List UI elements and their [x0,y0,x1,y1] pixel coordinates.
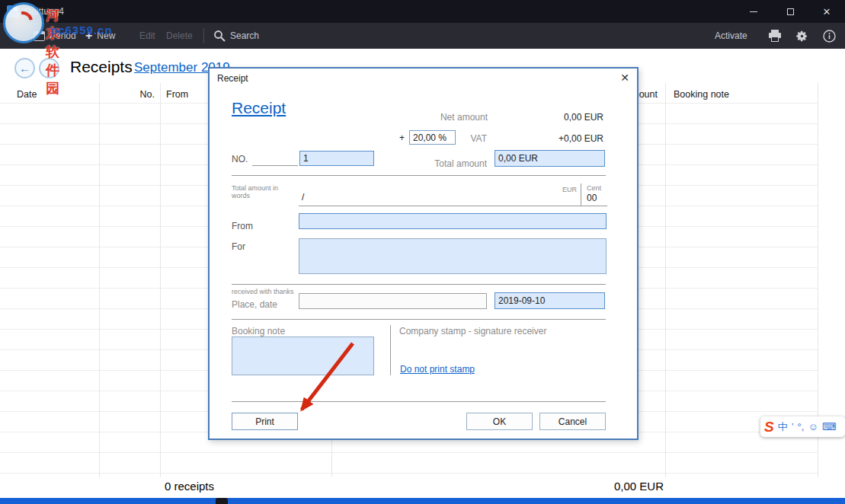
dialog-close-button[interactable]: ✕ [620,72,629,84]
section-divider [232,175,606,176]
toolbar-delete-button[interactable]: Delete [166,23,193,49]
toolbar-separator [203,28,204,43]
toolbar-info-button[interactable] [823,23,836,49]
ime-fullwidth-icon[interactable]: ’ [792,421,794,432]
cancel-button[interactable]: Cancel [539,413,606,430]
for-textarea[interactable] [299,238,607,274]
gear-icon [795,30,808,43]
plus-sign: + [399,132,405,143]
column-divider [99,83,100,477]
status-receipt-count: 0 receipts [165,480,214,493]
toolbar-search-label: Search [230,30,259,41]
receipt-heading: Receipt [232,99,286,117]
place-input[interactable] [299,293,487,309]
ime-logo-icon[interactable]: S [764,419,774,435]
total-amount-label: Total amount [426,158,487,169]
from-input[interactable] [299,213,607,229]
maximize-icon [787,8,794,15]
toolbar-edit-button[interactable]: Edit [139,23,155,49]
vat-rate-input[interactable] [409,130,456,145]
date-input[interactable] [495,292,605,309]
eur-cent-divider [581,183,581,206]
net-amount-label: Net amount [408,112,488,123]
received-with-thanks-label: received with thanks [232,288,294,295]
eur-label: EUR [545,186,577,193]
no-label: NO. [232,154,248,164]
section-divider [232,284,606,285]
toolbar-delete-label: Delete [166,30,193,41]
cent-label: Cent [587,184,601,192]
column-header-date[interactable]: Date [17,89,37,100]
taskbar-fragment [216,498,228,504]
close-icon: ✕ [823,6,831,18]
status-total-amount: 0,00 EUR [587,480,664,493]
bottom-bar [0,498,845,504]
booking-note-label: Booking note [232,326,285,337]
arrow-left-icon: ← [19,62,30,75]
titlebar: Quittung4 ✕ [0,0,845,23]
toolbar-edit-label: Edit [139,30,155,41]
info-icon [823,30,836,43]
watermark-logo-icon [3,2,44,43]
page-title: Receipts [70,58,133,76]
ime-emoji-icon[interactable]: ☺ [808,421,818,432]
watermark-site-name: 河东软件园 [46,6,61,97]
maximize-button[interactable] [772,0,808,23]
toolbar-settings-button[interactable] [795,23,808,49]
toolbar-activate-label: Activate [715,30,747,41]
close-button[interactable]: ✕ [808,0,845,23]
words-underline [299,206,607,206]
column-header-no[interactable]: No. [107,89,155,100]
dialog-title: Receipt [217,73,248,84]
for-label: For [232,241,245,252]
previous-period-button[interactable]: ← [14,58,35,78]
stamp-divider [390,325,391,375]
total-amount-input[interactable] [495,150,605,167]
column-divider [665,83,666,477]
receipt-number-input[interactable] [299,151,374,166]
ime-keyboard-icon[interactable]: ⌨ [822,421,837,432]
toolbar-search-button[interactable]: Search [213,23,259,49]
print-button[interactable]: Print [232,413,298,430]
column-header-booking-note[interactable]: Booking note [674,89,729,100]
printer-icon [768,30,782,42]
minimize-icon [750,11,757,12]
section-divider [232,319,606,320]
ime-punctuation-icon[interactable]: °, [798,421,805,432]
ime-toolbar: S 中 ’ °, ☺ ⌨ [760,416,845,437]
cent-value: 00 [587,193,597,203]
column-header-from[interactable]: From [166,89,188,100]
vat-value: +0,00 EUR [530,133,603,144]
no-underline [252,165,298,166]
amount-in-words-label: Total amount in words [232,184,279,199]
vat-label: VAT [456,133,487,144]
toolbar-print-button[interactable] [768,23,782,49]
section-divider [232,401,606,402]
company-stamp-label: Company stamp - signature receiver [399,326,546,337]
net-amount-value: 0,00 EUR [530,112,603,123]
ok-button[interactable]: OK [466,413,533,430]
booking-note-textarea[interactable] [232,337,374,375]
column-divider [160,83,161,477]
toolbar-activate-button[interactable]: Activate [715,23,747,49]
from-label: From [232,221,253,231]
toolbar: Period + New Edit Delete Search Activate [0,23,845,49]
search-icon [213,30,226,42]
ime-language-icon[interactable]: 中 [778,420,788,434]
watermark-site-url: pc6359.cn [50,24,113,37]
minimize-button[interactable] [735,0,772,23]
receipt-dialog: Receipt ✕ Receipt Net amount 0,00 EUR + … [208,67,639,440]
place-date-label: Place, date [232,299,277,310]
words-slash: / [302,192,304,203]
do-not-print-stamp-link[interactable]: Do not print stamp [400,364,475,375]
